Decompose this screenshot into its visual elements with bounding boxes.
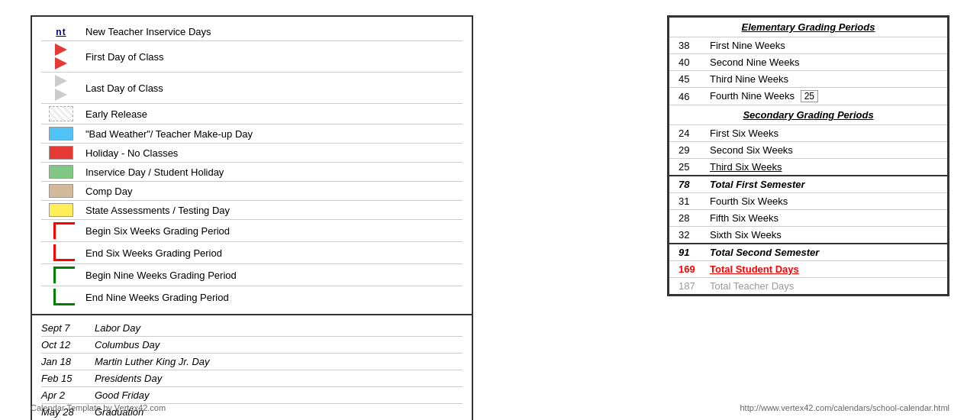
red-bracket-end bbox=[53, 244, 75, 261]
testing-icon bbox=[41, 203, 81, 217]
legend-holiday-row: Holiday - No Classes bbox=[41, 144, 463, 163]
holiday-label: Holiday - No Classes bbox=[81, 147, 463, 159]
holiday-date-1: Oct 12 bbox=[41, 339, 95, 351]
secondary-num-2: 25 bbox=[669, 159, 704, 176]
holiday-name-1: Columbus Day bbox=[95, 339, 160, 351]
holiday-name-3: Presidents Day bbox=[95, 373, 162, 384]
badge-25: 25 bbox=[801, 90, 818, 102]
legend-first-day-row: First Day of Class bbox=[41, 41, 463, 73]
legend-comp-day-row: Comp Day bbox=[41, 182, 463, 201]
secondary-second-num-0: 31 bbox=[669, 193, 704, 210]
holiday-name-4: Good Friday bbox=[95, 389, 150, 401]
early-release-label: Early Release bbox=[81, 108, 463, 120]
elementary-header: Elementary Grading Periods bbox=[669, 18, 947, 37]
legend-begin-six-row: Begin Six Weeks Grading Period bbox=[41, 220, 463, 242]
holiday-icon bbox=[41, 146, 81, 160]
green-bracket-end bbox=[53, 289, 75, 305]
legend-last-day-row: Last Day of Class bbox=[41, 73, 463, 104]
inservice-label: Inservice Day / Student Holiday bbox=[81, 166, 463, 178]
holiday-date-3: Feb 15 bbox=[41, 373, 95, 384]
legend-inservice-row: Inservice Day / Student Holiday bbox=[41, 163, 463, 182]
elementary-label-1: Second Nine Weeks bbox=[704, 54, 947, 71]
elementary-row-3: 46 Fourth Nine Weeks 25 bbox=[669, 88, 947, 105]
first-day-icon bbox=[41, 44, 81, 69]
holiday-columbus-day: Oct 12 Columbus Day bbox=[41, 337, 463, 354]
secondary-second-row-0: 31 Fourth Six Weeks bbox=[669, 193, 947, 210]
red-swatch bbox=[49, 146, 73, 160]
first-day-label: First Day of Class bbox=[81, 51, 463, 63]
elementary-num-3: 46 bbox=[669, 88, 704, 105]
elementary-num-1: 40 bbox=[669, 54, 704, 71]
comp-day-icon bbox=[41, 184, 81, 198]
secondary-header: Secondary Grading Periods bbox=[669, 105, 947, 125]
secondary-num-0: 24 bbox=[669, 125, 704, 142]
green-swatch bbox=[49, 165, 73, 179]
total-student-num: 169 bbox=[669, 261, 704, 278]
elementary-row-0: 38 First Nine Weeks bbox=[669, 37, 947, 54]
end-nine-icon bbox=[41, 289, 81, 305]
secondary-label-2: Third Six Weeks bbox=[704, 159, 947, 176]
elementary-row-2: 45 Third Nine Weeks bbox=[669, 71, 947, 88]
nt-label: nt bbox=[56, 27, 66, 37]
total-student-days-row: 169 Total Student Days bbox=[669, 261, 947, 278]
green-bracket-begin bbox=[53, 267, 75, 283]
total-first-semester-row: 78 Total First Semester bbox=[669, 176, 947, 193]
secondary-second-row-2: 32 Sixth Six Weeks bbox=[669, 227, 947, 244]
nt-icon: nt bbox=[41, 27, 81, 37]
secondary-second-num-1: 28 bbox=[669, 210, 704, 227]
secondary-label-0: First Six Weeks bbox=[704, 125, 947, 142]
comp-day-label: Comp Day bbox=[81, 186, 463, 197]
tan-swatch bbox=[49, 184, 73, 198]
red-triangle-icon bbox=[55, 44, 67, 56]
total-teacher-num: 187 bbox=[669, 278, 704, 295]
testing-label: State Assessments / Testing Day bbox=[81, 205, 463, 216]
legend-bad-weather-row: "Bad Weather"/ Teacher Make-up Day bbox=[41, 124, 463, 144]
holiday-presidents-day: Feb 15 Presidents Day bbox=[41, 370, 463, 387]
footer-right: http://www.vertex42.com/calendars/school… bbox=[740, 403, 949, 412]
total-second-num: 91 bbox=[669, 244, 704, 261]
yellow-swatch bbox=[49, 203, 73, 217]
outline-triangle-icon bbox=[55, 75, 67, 87]
elementary-label-0: First Nine Weeks bbox=[704, 37, 947, 54]
holiday-labor-day: Sept 7 Labor Day bbox=[41, 320, 463, 337]
total-second-semester-row: 91 Total Second Semester bbox=[669, 244, 947, 261]
secondary-second-num-2: 32 bbox=[669, 227, 704, 244]
total-teacher-label: Total Teacher Days bbox=[704, 278, 947, 295]
legend-testing-row: State Assessments / Testing Day bbox=[41, 201, 463, 220]
last-day-label: Last Day of Class bbox=[81, 82, 463, 94]
holiday-name-2: Martin Luther King Jr. Day bbox=[95, 356, 210, 367]
elementary-num-0: 38 bbox=[669, 37, 704, 54]
holiday-mlk-day: Jan 18 Martin Luther King Jr. Day bbox=[41, 354, 463, 370]
inservice-icon bbox=[41, 165, 81, 179]
begin-nine-icon bbox=[41, 267, 81, 283]
grading-table: Elementary Grading Periods 38 First Nine… bbox=[669, 18, 947, 294]
total-student-label: Total Student Days bbox=[704, 261, 947, 278]
secondary-second-row-1: 28 Fifth Six Weeks bbox=[669, 210, 947, 227]
holiday-date-0: Sept 7 bbox=[41, 322, 95, 334]
secondary-second-label-2: Sixth Six Weeks bbox=[704, 227, 947, 244]
total-first-num: 78 bbox=[669, 176, 704, 193]
total-teacher-days-row: 187 Total Teacher Days bbox=[669, 278, 947, 295]
secondary-row-2: 25 Third Six Weeks bbox=[669, 159, 947, 176]
begin-nine-label: Begin Nine Weeks Grading Period bbox=[81, 270, 463, 281]
secondary-row-0: 24 First Six Weeks bbox=[669, 125, 947, 142]
bad-weather-label: "Bad Weather"/ Teacher Make-up Day bbox=[81, 128, 463, 140]
legend-nt-row: nt New Teacher Inservice Days bbox=[41, 23, 463, 41]
secondary-second-label-1: Fifth Six Weeks bbox=[704, 210, 947, 227]
total-first-label: Total First Semester bbox=[704, 176, 947, 193]
last-day-icon bbox=[41, 75, 81, 101]
holiday-date-4: Apr 2 bbox=[41, 389, 95, 401]
holiday-name-0: Labor Day bbox=[95, 322, 140, 334]
red-bracket-begin bbox=[53, 222, 75, 239]
elementary-row-1: 40 Second Nine Weeks bbox=[669, 54, 947, 71]
elementary-label-3: Fourth Nine Weeks 25 bbox=[704, 88, 947, 105]
end-six-icon bbox=[41, 244, 81, 261]
elementary-header-row: Elementary Grading Periods bbox=[669, 18, 947, 37]
secondary-num-1: 29 bbox=[669, 142, 704, 159]
footer-left: Calendar Template by Vertex42.com bbox=[31, 403, 166, 412]
bad-weather-icon bbox=[41, 127, 81, 141]
outline-triangle-icon-2 bbox=[55, 89, 67, 101]
secondary-row-1: 29 Second Six Weeks bbox=[669, 142, 947, 159]
secondary-header-row: Secondary Grading Periods bbox=[669, 105, 947, 125]
end-six-label: End Six Weeks Grading Period bbox=[81, 247, 463, 259]
